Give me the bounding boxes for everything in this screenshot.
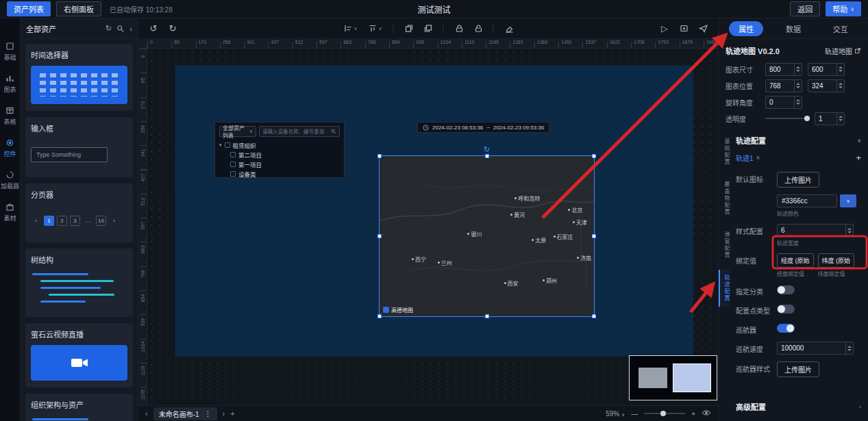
- resize-handle-top-right[interactable]: [592, 154, 596, 158]
- tab-interaction[interactable]: 交互: [823, 21, 858, 36]
- minimap-viewport-rect[interactable]: [673, 363, 711, 392]
- stepper[interactable]: [794, 97, 802, 108]
- canvas-viewport[interactable]: 全部资产列表 ∨ ▾ 租赁组织: [147, 49, 718, 405]
- classify-toggle[interactable]: [777, 285, 795, 294]
- tab-properties[interactable]: 属性: [729, 21, 763, 36]
- undo-button[interactable]: ↺: [145, 21, 162, 36]
- width-input[interactable]: 800: [765, 63, 802, 76]
- opacity-input[interactable]: 1: [815, 112, 845, 125]
- layer-down-button[interactable]: [420, 21, 436, 36]
- right-panel-button[interactable]: 右侧面板: [56, 1, 101, 16]
- side-tab-overlay-config[interactable]: 覆盖物配置: [719, 177, 730, 220]
- rail-item-basic[interactable]: 基础: [3, 42, 16, 62]
- point-type-toggle[interactable]: [777, 305, 795, 314]
- stepper[interactable]: [845, 342, 853, 354]
- cruise-speed-input[interactable]: 100000: [777, 342, 854, 355]
- align-horizontal-dropdown[interactable]: ∨: [340, 21, 362, 36]
- clear-button[interactable]: [501, 21, 517, 36]
- date-range-widget[interactable]: 2024-02-23 08:53:36 ~ 2024-02-23 09:53:3…: [417, 122, 549, 133]
- asset-type-dropdown[interactable]: 全部资产列表 ∨: [219, 126, 256, 137]
- resize-handle-top-center[interactable]: [485, 154, 489, 158]
- height-input[interactable]: 600: [808, 63, 845, 76]
- preview-button[interactable]: ▷: [656, 21, 673, 36]
- asset-list-button[interactable]: 资产列表: [7, 1, 51, 16]
- layer-up-button[interactable]: [401, 21, 417, 36]
- tree-node[interactable]: 第一项目: [219, 160, 340, 169]
- minimap[interactable]: [629, 355, 717, 400]
- resize-handle-mid-right[interactable]: [592, 234, 596, 238]
- side-tab-basic-config[interactable]: 基础配置: [719, 133, 730, 170]
- component-card-video-live[interactable]: 萤石云视频直播: [25, 323, 133, 387]
- resize-handle-bottom-left[interactable]: [377, 314, 382, 318]
- track-section-header[interactable]: 轨迹配置 ∨: [736, 133, 861, 151]
- side-tab-track-config[interactable]: 轨迹配置: [719, 270, 730, 307]
- rail-item-table[interactable]: 表格: [3, 106, 16, 126]
- align-vertical-dropdown[interactable]: ∨: [364, 21, 386, 36]
- resize-handle-top-left[interactable]: [377, 154, 382, 158]
- component-card-org-assets[interactable]: 组织架构与资产: [25, 394, 133, 421]
- zoom-slider[interactable]: [644, 413, 685, 414]
- component-doc-link[interactable]: 轨迹地图: [825, 46, 861, 56]
- longitude-bind-button[interactable]: 经度 (原始: [777, 253, 814, 268]
- stepper[interactable]: [794, 64, 802, 75]
- component-card-paginator[interactable]: 分页器 ‹ 1 2 3 … 10 ›: [25, 183, 133, 242]
- rotate-handle-icon[interactable]: ↻: [484, 146, 490, 153]
- rail-item-chart[interactable]: 图表: [3, 74, 16, 94]
- add-canvas-button[interactable]: +: [230, 409, 234, 418]
- resize-handle-mid-left[interactable]: [377, 234, 382, 238]
- tree-node[interactable]: 设备类: [219, 169, 340, 179]
- unlock-button[interactable]: [470, 21, 486, 36]
- rail-item-control[interactable]: 控件: [3, 138, 16, 158]
- color-swatch-button[interactable]: ∨: [840, 194, 856, 207]
- checkbox[interactable]: [230, 171, 236, 177]
- canvas-tab-menu-icon[interactable]: ⋮: [205, 410, 212, 418]
- checkbox[interactable]: [230, 152, 236, 157]
- track-width-input[interactable]: 6: [777, 224, 854, 237]
- stepper[interactable]: [836, 113, 844, 125]
- stepper[interactable]: [845, 225, 853, 236]
- close-icon[interactable]: ×: [756, 154, 760, 162]
- canvas-tab-next-icon[interactable]: ›: [223, 409, 225, 418]
- opacity-slider[interactable]: [765, 118, 809, 119]
- advanced-config-header[interactable]: 高级配置 ›: [736, 397, 861, 416]
- zoom-in-button[interactable]: +: [691, 410, 695, 418]
- rotation-input[interactable]: 0: [765, 96, 802, 109]
- track-map-widget[interactable]: ↻ 呼和浩特黄河北京天津银川石家庄太原济南西宁兰州西安郑州 高德地图: [380, 156, 594, 316]
- asset-tree-widget[interactable]: 全部资产列表 ∨ ▾ 租赁组织: [214, 122, 345, 178]
- rail-item-material[interactable]: 素材: [3, 203, 16, 222]
- opacity-slider-knob[interactable]: [804, 116, 810, 121]
- checkbox[interactable]: [225, 142, 230, 148]
- checkbox[interactable]: [230, 162, 236, 167]
- snapshot-button[interactable]: [675, 21, 692, 36]
- redo-button[interactable]: ↻: [164, 21, 181, 36]
- stepper[interactable]: [836, 80, 844, 92]
- stepper[interactable]: [836, 64, 844, 75]
- back-button[interactable]: 返回: [790, 1, 820, 16]
- latitude-bind-button[interactable]: 纬度 (原始: [818, 253, 855, 268]
- device-search-input[interactable]: [262, 129, 329, 135]
- fit-view-button[interactable]: [702, 409, 711, 418]
- tree-expand-icon[interactable]: ▾: [219, 142, 222, 148]
- search-icon[interactable]: [116, 25, 125, 33]
- pos-y-input[interactable]: 324: [808, 79, 845, 92]
- cruiser-toggle[interactable]: [777, 324, 795, 333]
- canvas-tab[interactable]: 未命名画布-1 ⋮: [153, 407, 217, 420]
- zoom-slider-knob[interactable]: [660, 411, 666, 416]
- help-button[interactable]: 帮助 ∨: [826, 1, 861, 16]
- zoom-out-button[interactable]: —: [631, 410, 638, 418]
- pos-x-input[interactable]: 768: [765, 79, 802, 92]
- tab-data[interactable]: 数据: [776, 21, 810, 36]
- side-tab-popup-config[interactable]: 弹窗配置: [719, 227, 730, 264]
- publish-button[interactable]: [695, 21, 711, 36]
- collapse-panel-icon[interactable]: ‹: [129, 25, 132, 33]
- upload-image-button[interactable]: 上传图片: [777, 361, 819, 377]
- component-card-input-box[interactable]: 输入框 Type Something: [25, 117, 133, 177]
- resize-handle-bottom-right[interactable]: [592, 314, 596, 318]
- zoom-value[interactable]: 59% ∨: [606, 410, 625, 418]
- device-search-box[interactable]: [259, 126, 340, 137]
- artboard[interactable]: 全部资产列表 ∨ ▾ 租赁组织: [175, 66, 693, 356]
- component-card-tree[interactable]: 树结构: [25, 248, 133, 317]
- track-tab-1[interactable]: 轨迹1: [736, 153, 754, 163]
- stepper[interactable]: [794, 80, 802, 92]
- track-color-input[interactable]: #3366cc: [777, 194, 837, 207]
